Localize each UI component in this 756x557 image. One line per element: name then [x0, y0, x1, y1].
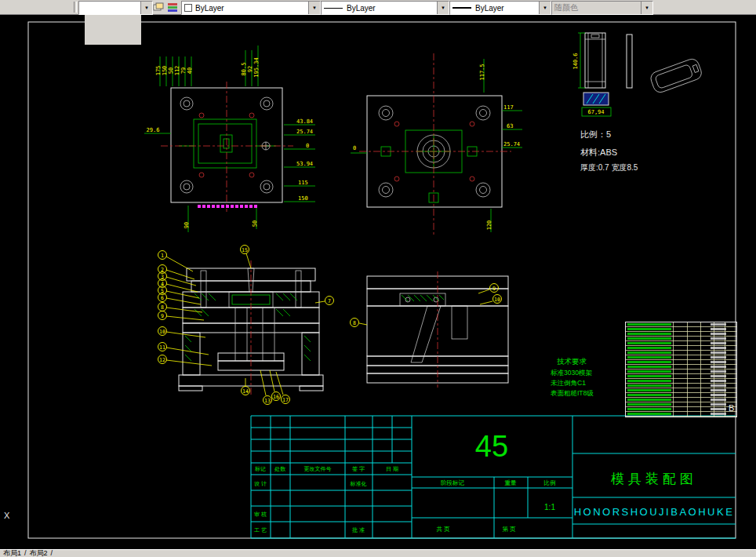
dim-label: 50 [168, 67, 174, 74]
balloon-number: 16 [273, 394, 279, 400]
balloon-number: 17 [282, 397, 289, 403]
drawing-canvas[interactable]: B X [0, 14, 756, 549]
tech-req-line: 标准3030模架 [551, 369, 592, 377]
part-isometric [649, 57, 703, 94]
balloon-number: 9 [161, 313, 164, 319]
annotation-text-magenta [198, 205, 259, 208]
tab-separator: / [51, 550, 53, 557]
row-process: 工 艺 [254, 527, 267, 533]
dim-label: 80.5 [241, 63, 247, 76]
part-balloon: 12 [158, 355, 213, 366]
color-swatch-icon [184, 4, 192, 12]
dim-label: 50 [252, 220, 258, 227]
drawing-title: 模具装配图 [611, 471, 697, 486]
dim-label: 175 [155, 66, 162, 76]
bom-qty-rows [711, 323, 726, 415]
dim-label: 67,94 [587, 109, 604, 115]
technical-requirements: 技术要求 标准3030模架 未注倒角C1 表面粗糙IT8级 [551, 357, 594, 397]
tab-layout2[interactable]: 布局2 [30, 550, 48, 557]
dim-label: 79 [180, 67, 187, 74]
dim-label: 90 [184, 222, 190, 228]
dim-label: 195.34 [253, 57, 260, 77]
balloon-number: 6 [161, 295, 164, 301]
tech-req-title: 技术要求 [557, 357, 587, 366]
part-balloon: 11 [158, 343, 209, 355]
layer-combo[interactable]: ▼ [78, 1, 153, 15]
scale-note: 比例：5 [580, 129, 611, 139]
dim-label: 150 [298, 195, 308, 202]
dim-label: 53.94 [296, 161, 313, 167]
cad-application-window: ▼ ByLayer ▼ ByLayer ▼ ByLayer ▼ 随颜色 ▼ [0, 0, 756, 557]
balloon-number: 8 [161, 304, 164, 311]
part-balloon: 9 [158, 311, 205, 321]
toolbar-corner-panel [85, 14, 141, 45]
color-combo-value: ByLayer [195, 4, 224, 13]
cavity-outline [179, 119, 276, 168]
balloon-number: 10 [159, 329, 165, 335]
bom-column-divider [687, 322, 688, 417]
part-balloon: 7 [315, 297, 334, 305]
row-approve: 批 准 [352, 527, 365, 533]
lineweight-combo-value: ByLayer [475, 4, 504, 13]
view-part-detail: 140.6 67,94 比例：5 材料:ABS 厚度:0.7 宽度8.5 [572, 33, 703, 172]
company-name: HONORSHOUJIBAOHUKE [574, 506, 735, 518]
balloons-main-section: 1 2 3 4 5 6 8 9 10 11 12 15 7 14 13 16 1… [158, 246, 334, 405]
dim-label: 29.6 [147, 127, 160, 133]
chevron-down-icon[interactable]: ▼ [539, 2, 551, 14]
dim-label: 43.84 [296, 118, 313, 125]
layers-icon[interactable] [152, 2, 165, 13]
layout-tabs: 布局1 / 布局2 / [0, 549, 756, 557]
chevron-down-icon: ▼ [641, 2, 652, 14]
dim-label: 0 [353, 145, 356, 151]
dim-label: 120 [486, 220, 492, 231]
dim-label: 115 [298, 180, 308, 186]
chevron-down-icon[interactable]: ▼ [308, 2, 320, 14]
view-tm-dimensions: 117.5 117 63 25.74 120 0 [353, 64, 520, 230]
row-review: 审 核 [254, 511, 267, 518]
linetype-combo[interactable]: ByLayer ▼ [321, 1, 449, 15]
hdr-doc-no: 更改文件号 [304, 465, 332, 472]
dim-label: 140.6 [572, 53, 579, 69]
part-balloon: 13 [260, 370, 272, 405]
balloon-number: 8 [353, 320, 356, 326]
dim-label: 117 [503, 104, 514, 111]
bom-text-rows [627, 323, 671, 415]
tab-layout1[interactable]: 布局1 [3, 550, 21, 557]
bom-table [625, 322, 737, 417]
chevron-down-icon[interactable]: ▼ [140, 2, 152, 14]
sheet-no: 第 页 [502, 526, 516, 533]
layer-states-icon[interactable] [166, 2, 179, 13]
balloon-number: 7 [328, 298, 331, 304]
lineweight-combo[interactable]: ByLayer ▼ [449, 1, 551, 15]
hdr-count: 处数 [274, 466, 286, 472]
title-block: 标记 处数 更改文件号 签 字 日 期 设 计 标准化 审 核 工 艺 批 准 … [251, 416, 736, 538]
ucs-x-label: X [4, 511, 10, 520]
hdr-sign: 签 字 [352, 466, 365, 471]
dim-label: 150 [162, 66, 168, 76]
row-standardize: 标准化 [350, 481, 367, 487]
color-combo[interactable]: ByLayer ▼ [181, 1, 321, 15]
sheet-frame: B [28, 22, 736, 538]
linetype-sample-icon [324, 8, 343, 9]
core-outline [381, 130, 477, 202]
view-section-side: 8 9 10 [351, 271, 509, 388]
part-balloon: 10 [158, 327, 206, 338]
chevron-down-icon[interactable]: ▼ [437, 2, 449, 14]
view-section-main [179, 260, 323, 395]
lineweight-sample-icon [453, 7, 471, 9]
dim-label: 40 [187, 67, 193, 74]
balloon-number: 13 [264, 398, 271, 404]
balloon-number: 12 [159, 357, 165, 363]
part-balloon: 14 [242, 378, 250, 395]
view-plan-fixed-half [351, 53, 522, 235]
dim-label: 112 [174, 66, 180, 76]
tech-req-line: 表面粗糙IT8级 [551, 389, 594, 397]
sheet-total: 共 页 [436, 526, 450, 533]
balloon-number: 1 [161, 253, 164, 259]
dim-label: 25.74 [503, 141, 520, 147]
part-number: 45 [475, 430, 508, 463]
part-balloon: 15 [241, 246, 252, 269]
hdr-date: 日 期 [386, 466, 398, 472]
scale-value: 1:1 [544, 503, 555, 511]
balloon-number: 10 [494, 297, 500, 303]
